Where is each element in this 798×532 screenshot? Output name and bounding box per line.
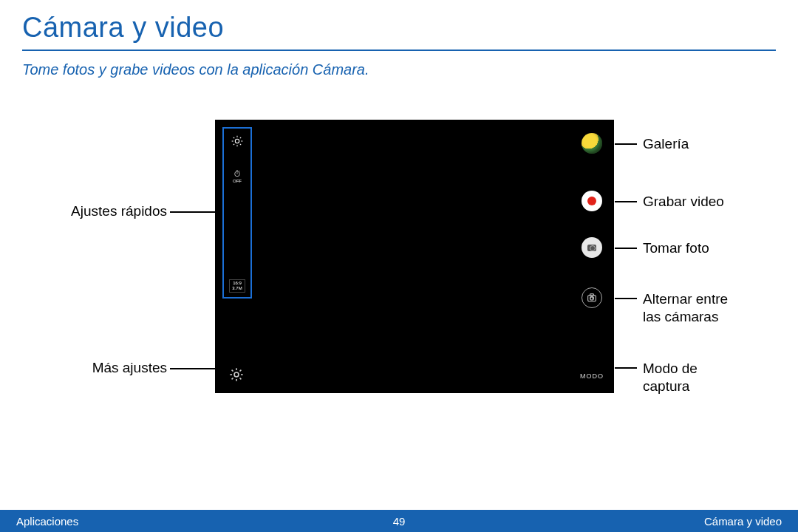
camera-diagram: Ajustes rápidos Más ajustes OFF 16:9 3.7… (22, 120, 776, 400)
svg-line-6 (240, 144, 241, 145)
switch-camera-button[interactable] (582, 287, 602, 308)
svg-line-7 (233, 144, 234, 145)
callout-more-settings: Más ajustes (56, 360, 167, 376)
callout-capture-mode: Modo de captura (643, 360, 698, 395)
page-footer: Aplicaciones 49 Cámara y video (0, 510, 798, 532)
page-number: 49 (393, 515, 406, 528)
take-photo-button[interactable] (582, 237, 602, 258)
footer-topic: Cámara y video (704, 515, 782, 528)
gallery-thumbnail-button[interactable] (582, 133, 602, 154)
timer-icon[interactable]: OFF (231, 170, 244, 183)
callout-switch-camera: Alternar entre las cámaras (643, 290, 728, 326)
leader-line (615, 143, 637, 145)
callout-gallery: Galería (643, 136, 689, 152)
mode-button[interactable]: MODO (580, 372, 604, 380)
aspect-ratio-badge[interactable]: 16:9 3.7M (229, 279, 245, 293)
quick-settings-panel[interactable]: OFF 16:9 3.7M (222, 127, 252, 299)
footer-section: Aplicaciones (16, 515, 78, 528)
record-video-button[interactable] (582, 191, 602, 211)
record-icon (587, 197, 596, 205)
timer-off-label: OFF (233, 179, 242, 183)
camera-app-screenshot: OFF 16:9 3.7M MODO (215, 120, 614, 393)
brightness-icon[interactable] (231, 134, 244, 148)
svg-line-12 (239, 171, 240, 171)
callout-record-video: Grabar video (643, 194, 724, 210)
svg-line-5 (233, 137, 234, 138)
page-title: Cámara y video (22, 12, 776, 44)
callout-quick-settings: Ajustes rápidos (56, 203, 167, 219)
leader-line (170, 211, 222, 213)
camera-icon (587, 245, 596, 251)
settings-gear-icon[interactable] (228, 366, 245, 383)
svg-point-13 (234, 372, 239, 377)
page-subtitle: Tome fotos y grabe videos con la aplicac… (22, 61, 776, 78)
svg-line-8 (240, 137, 241, 138)
leader-line (615, 248, 637, 249)
leader-line (615, 201, 637, 202)
leader-line (615, 367, 637, 369)
callout-take-photo: Tomar foto (643, 240, 709, 256)
svg-point-0 (235, 139, 239, 143)
leader-line (615, 298, 637, 299)
title-divider (22, 50, 776, 51)
